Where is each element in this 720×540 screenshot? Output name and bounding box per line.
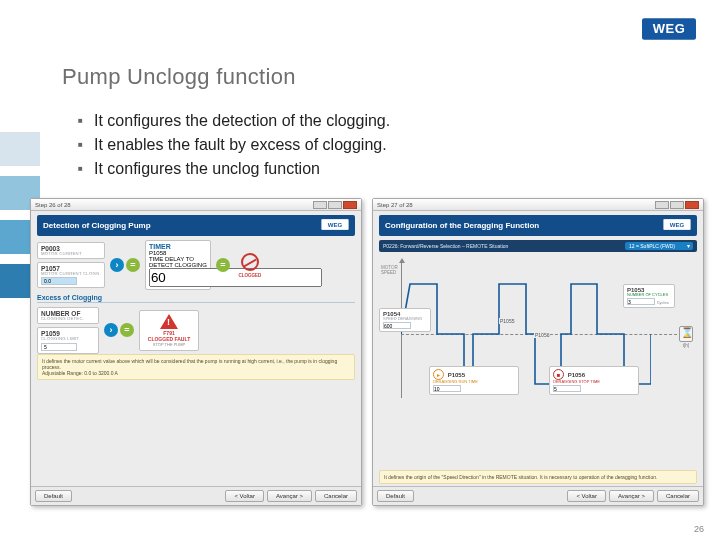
param-desc: DERAGGING STOP TIME [553,380,635,384]
brand-logo: WEG [642,18,696,42]
p1054-input[interactable] [383,322,411,329]
p1055-inline-label: P1055 [499,318,515,324]
page-title: Pump Unclogg function [62,64,296,90]
p1053-input[interactable] [627,298,655,305]
param-desc: TIME DELAY TO DETECT CLOGGING [149,256,207,268]
time-label: t[h] [683,343,689,348]
subheader-excess: Excess of Clogging [37,294,355,303]
panel-header: Configuration of the Deragging Function … [379,215,697,236]
help-box: It defines the motor current value above… [37,354,355,380]
axis-y-label: MOTOR SPEED [381,266,398,276]
param-p1059: P1059 CLOGGING LIMIT [37,327,99,353]
param-name: P1055 [448,372,465,378]
p1057-input[interactable] [41,277,77,285]
param-desc: CLOGGING LIMIT [41,337,95,341]
p1059-input[interactable] [41,343,77,351]
cancel-button[interactable]: Cancelar [315,490,357,502]
step-label: Step 26 of 28 [35,202,71,208]
clogged-label: CLOGGED [239,273,262,278]
param-desc: SPEED DERAGGING [383,317,427,321]
panel-header-text: Configuration of the Deragging Function [385,221,539,230]
bullet-item: It enables the fault by excess of cloggi… [78,136,390,154]
panel-header: Detection of Clogging Pump WEG [37,215,355,236]
help-range: Adjustable Range: 0.0 to 3200.0 A [42,370,350,376]
svg-text:WEG: WEG [653,21,686,36]
panel-header-text: Detection of Clogging Pump [43,221,151,230]
param-desc: CLOGGING DETEC. [41,317,95,321]
param-desc: MOTOR CURRENT CLOGG. [41,272,101,276]
p1056-inline-label: P1056 [534,332,550,338]
param-desc: NUMBER OF CYCLES [627,293,671,297]
p0226-row: P0226: Forward/Reverse Selection – REMOT… [379,240,697,252]
param-p0003: P0003 MOTOR CURRENT [37,242,105,259]
help-box: It defines the origin of the "Speed Dire… [379,470,697,484]
step-label: Step 27 of 28 [377,202,413,208]
param-p1054: P1054 SPEED DERAGGING [379,308,431,332]
param-desc: MOTOR CURRENT [41,252,101,256]
default-button[interactable]: Default [377,490,414,502]
back-button[interactable]: < Voltar [225,490,264,502]
cancel-button[interactable]: Cancelar [657,490,699,502]
param-p1053: P1053 NUMBER OF CYCLES Cycles [623,284,675,308]
wizard-window-left: Step 26 of 28 Detection of Clogging Pump… [30,198,362,506]
operator-greater-icon: › [110,258,124,272]
deragging-chart: MOTOR SPEED P1055 P1056 P1054 SPEED DERA… [379,256,697,406]
param-clog-count: NUMBER OF CLOGGING DETEC. [37,307,99,324]
svg-text:WEG: WEG [670,222,685,228]
timer-block: TIMER P1058 TIME DELAY TO DETECT CLOGGIN… [145,240,211,290]
operator-equal-icon: = [126,258,140,272]
clogged-indicator: CLOGGED [235,253,265,278]
back-button[interactable]: < Voltar [567,490,606,502]
fault-block: F791 CLOGGED FAULT STOP THE PUMP [139,310,199,351]
fault-name: CLOGGED FAULT [143,336,195,342]
param-unit: Cycles [657,300,669,305]
help-text: It defines the motor current value above… [42,358,350,370]
time-axis-end: t[h] [679,326,693,348]
param-desc: DERAGGING RUN TIME [433,380,515,384]
slide-number: 26 [694,524,704,534]
timer-title: TIMER [149,243,207,250]
operator-greater-icon: › [104,323,118,337]
operator-equal-icon: = [120,323,134,337]
minimize-icon[interactable] [655,201,669,209]
maximize-icon[interactable] [328,201,342,209]
bullet-item: It configures the detection of the clogg… [78,112,390,130]
param-p1056: ■ P1056 DERAGGING STOP TIME [549,366,639,395]
hourglass-icon [679,326,693,342]
warning-triangle-icon [160,314,178,329]
param-p1055: ▸ P1055 DERAGGING RUN TIME [429,366,519,395]
p1055-input[interactable] [433,385,461,392]
wizard-window-right: Step 27 of 28 Configuration of the Derag… [372,198,704,506]
titlebar: Step 27 of 28 [373,199,703,211]
param-name: P1056 [568,372,585,378]
fault-desc: STOP THE PUMP [143,342,195,347]
operator-equal-icon: = [216,258,230,272]
close-icon[interactable] [343,201,357,209]
p0226-select[interactable]: 12 = SoftPLC (FWD) [625,242,693,250]
default-button[interactable]: Default [35,490,72,502]
p1056-input[interactable] [553,385,581,392]
param-p1057: P1057 MOTOR CURRENT CLOGG. [37,262,105,288]
bullet-list: It configures the detection of the clogg… [78,112,390,184]
bullet-item: It configures the unclog function [78,160,390,178]
next-button[interactable]: Avançar > [609,490,654,502]
brand-logo-small: WEG [663,219,691,232]
wizard-footer: Default < Voltar Avançar > Cancelar [373,486,703,505]
minimize-icon[interactable] [313,201,327,209]
help-text: It defines the origin of the "Speed Dire… [384,474,692,480]
p0226-label: P0226: Forward/Reverse Selection – REMOT… [383,243,508,249]
next-button[interactable]: Avançar > [267,490,312,502]
clogged-icon [241,253,259,271]
wizard-footer: Default < Voltar Avançar > Cancelar [31,486,361,505]
close-icon[interactable] [685,201,699,209]
titlebar: Step 26 of 28 [31,199,361,211]
maximize-icon[interactable] [670,201,684,209]
svg-text:WEG: WEG [328,222,343,228]
brand-logo-small: WEG [321,219,349,232]
